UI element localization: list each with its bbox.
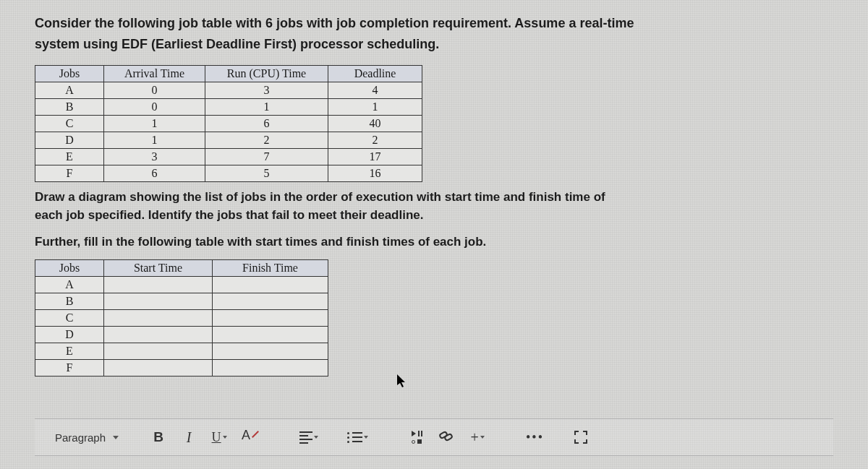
cell-arrival: 0 (104, 98, 205, 115)
intro-line-2: system using EDF (Earliest Deadline Firs… (35, 37, 439, 51)
cell-run: 6 (205, 115, 328, 132)
instruction-line-2: each job specified. Identify the jobs th… (35, 208, 423, 222)
bold-button[interactable]: B (146, 426, 171, 448)
list-icon (347, 432, 362, 443)
job-table-header-arrival: Arrival Time (104, 65, 205, 82)
table-row: A (35, 276, 328, 293)
link-button[interactable] (435, 426, 459, 448)
italic-button[interactable]: I (176, 426, 201, 448)
cell-job: A (35, 276, 104, 293)
format-dropdown-label: Paragraph (55, 431, 106, 444)
cell-deadline: 16 (328, 165, 422, 181)
cell-run: 7 (205, 148, 328, 165)
cell-job: D (35, 326, 104, 343)
table-row: C (35, 309, 328, 326)
editor-toolbar: Paragraph B I U A (35, 418, 833, 456)
chevron-down-icon (113, 436, 119, 439)
job-table-header-deadline: Deadline (328, 65, 422, 82)
cell-run: 2 (205, 132, 328, 148)
result-table: Jobs Start Time Finish Time A B C D E (35, 259, 328, 377)
clear-format-button[interactable]: A (237, 426, 263, 448)
cell-job: D (35, 132, 104, 148)
cell-job: F (35, 165, 104, 181)
job-table-header-jobs: Jobs (35, 65, 104, 82)
list-button[interactable] (343, 426, 373, 448)
cell-start (104, 343, 213, 359)
cell-job: F (35, 359, 104, 376)
result-header-jobs: Jobs (35, 259, 104, 276)
table-row: F 6 5 16 (35, 165, 422, 181)
table-row: C 1 6 40 (35, 115, 422, 132)
cell-finish (213, 343, 328, 359)
plus-icon: + (470, 429, 478, 446)
cell-start (104, 309, 213, 326)
instruction-fill: Further, fill in the following table wit… (35, 235, 833, 249)
result-table-head: Jobs Start Time Finish Time (35, 259, 328, 276)
underline-label: U (212, 430, 221, 445)
cell-deadline: 4 (328, 82, 422, 98)
cell-job: B (35, 293, 104, 309)
cell-run: 5 (205, 165, 328, 181)
cell-start (104, 293, 213, 309)
cell-finish (213, 276, 328, 293)
cell-arrival: 3 (104, 148, 205, 165)
job-table: Jobs Arrival Time Run (CPU) Time Deadlin… (35, 65, 422, 182)
more-icon: ••• (526, 430, 544, 445)
cell-job: B (35, 98, 104, 115)
cell-arrival: 0 (104, 82, 205, 98)
result-header-finish: Finish Time (213, 259, 328, 276)
instruction-line-1: Draw a diagram showing the list of jobs … (35, 190, 605, 204)
cell-deadline: 1 (328, 98, 422, 115)
table-row: D (35, 326, 328, 343)
format-dropdown[interactable]: Paragraph (45, 429, 126, 447)
underline-button[interactable]: U (207, 426, 231, 448)
cell-finish (213, 359, 328, 376)
cell-job: E (35, 148, 104, 165)
result-table-body: A B C D E F (35, 276, 328, 376)
cell-run: 1 (205, 98, 328, 115)
cell-job: C (35, 115, 104, 132)
link-icon (439, 432, 455, 442)
clear-format-icon: A (242, 429, 259, 446)
cell-job: E (35, 343, 104, 359)
align-icon (299, 431, 312, 444)
cell-job: A (35, 82, 104, 98)
expand-icon (574, 431, 587, 444)
table-row: D 1 2 2 (35, 132, 422, 148)
cell-finish (213, 309, 328, 326)
cell-deadline: 17 (328, 148, 422, 165)
cell-arrival: 1 (104, 115, 205, 132)
cell-job: C (35, 309, 104, 326)
cell-run: 3 (205, 82, 328, 98)
insert-button[interactable]: + (465, 426, 490, 448)
media-button[interactable] (404, 426, 429, 448)
table-row: B (35, 293, 328, 309)
align-button[interactable] (295, 426, 323, 448)
table-row: B 0 1 1 (35, 98, 422, 115)
table-row: A 0 3 4 (35, 82, 422, 98)
cell-start (104, 276, 213, 293)
job-table-head: Jobs Arrival Time Run (CPU) Time Deadlin… (35, 65, 422, 82)
question-intro: Consider the following job table with 6 … (35, 13, 833, 55)
instruction-draw: Draw a diagram showing the list of jobs … (35, 188, 833, 225)
chevron-down-icon (223, 436, 227, 439)
cell-finish (213, 293, 328, 309)
table-row: F (35, 359, 328, 376)
cell-arrival: 6 (104, 165, 205, 181)
job-table-body: A 0 3 4 B 0 1 1 C 1 6 40 D 1 2 2 E 3 7 1… (35, 82, 422, 181)
cell-deadline: 2 (328, 132, 422, 148)
intro-line-1: Consider the following job table with 6 … (35, 16, 634, 30)
cell-finish (213, 326, 328, 343)
result-header-start: Start Time (104, 259, 213, 276)
more-button[interactable]: ••• (522, 426, 548, 448)
table-row: E (35, 343, 328, 359)
cell-start (104, 326, 213, 343)
cell-start (104, 359, 213, 376)
cell-arrival: 1 (104, 132, 205, 148)
fullscreen-button[interactable] (569, 426, 593, 448)
media-icon (412, 431, 422, 444)
chevron-down-icon (364, 436, 368, 439)
table-row: E 3 7 17 (35, 148, 422, 165)
chevron-down-icon (480, 436, 485, 439)
cell-deadline: 40 (328, 115, 422, 132)
